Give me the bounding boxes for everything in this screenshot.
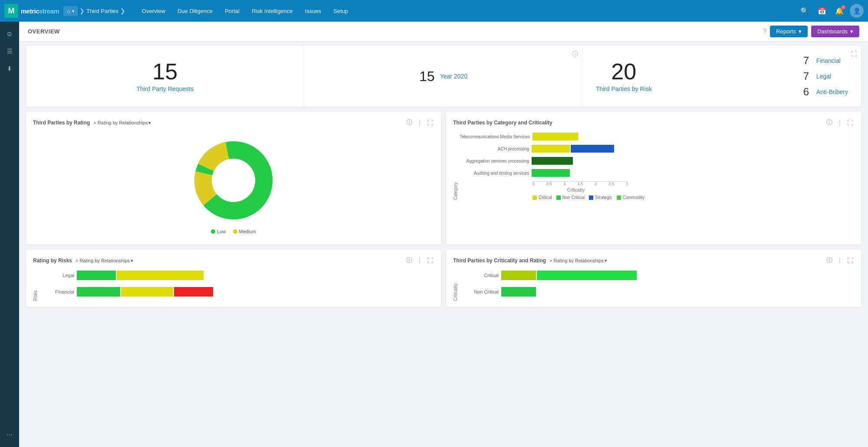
legend-critical: Critical <box>533 195 552 200</box>
critical-label: Critical <box>539 195 552 200</box>
criticality-bar-chart: Criticality Critical Non Critical <box>453 271 854 301</box>
main-content: OVERVIEW ? Reports ▾ Dashboards ▾ 15 <box>19 22 868 447</box>
criticality-chart-header: Third Parties by Criticality and Rating … <box>453 256 854 265</box>
header-right: ? Reports ▾ Dashboards ▾ <box>763 26 859 37</box>
sidebar-icon-more[interactable]: ⋯ <box>2 427 17 443</box>
breadcrumb-third-parties[interactable]: Third Parties <box>86 8 118 14</box>
year-info-icon[interactable]: ⓘ <box>572 50 578 58</box>
financial-yellow-bar <box>121 287 173 297</box>
telecom-bars <box>533 133 578 140</box>
risks-y-label: Risks <box>33 271 38 301</box>
stat-card-year: ⓘ 15 Year 2020 <box>304 46 582 107</box>
x-axis-title: Criticality <box>533 188 854 193</box>
rating-expand-icon[interactable]: ⛶ <box>426 118 434 127</box>
risks-expand-icon[interactable]: ⛶ <box>426 256 434 265</box>
critical-row-bars <box>501 271 637 280</box>
critical-square <box>533 196 537 200</box>
nav-due-diligence[interactable]: Due Diligence <box>171 0 219 22</box>
tick-1: 1 <box>564 182 566 186</box>
header-bar: OVERVIEW ? Reports ▾ Dashboards ▾ <box>19 22 868 42</box>
donut-svg <box>190 137 277 224</box>
criticality-chart-filter[interactable]: > Rating by Relationships ▾ <box>549 258 607 264</box>
low-dot <box>211 229 215 234</box>
nav-overview[interactable]: Overview <box>136 0 171 22</box>
criticality-bars: Critical Non Critical <box>460 271 854 301</box>
rating-info-icon[interactable]: ⓘ <box>405 118 413 127</box>
criticality-info-icon[interactable]: ⓘ <box>825 256 833 265</box>
category-info-icon[interactable]: ⓘ <box>825 118 833 127</box>
risk-expand-icon[interactable]: ⛶ <box>851 50 857 57</box>
antibribery-link[interactable]: Anti-Bribery <box>816 88 848 95</box>
dashboards-button[interactable]: Dashboards ▾ <box>811 26 859 37</box>
reports-label: Reports <box>776 28 796 35</box>
sidebar-icon-download[interactable]: ⬇ <box>2 61 17 76</box>
noncritical-label: Non Critical <box>562 195 585 200</box>
home-button[interactable]: ⌂ ▾ <box>63 6 78 16</box>
risk-count-area: 20 Third Parties by Risk <box>596 60 652 92</box>
noncritical-row: Non Critical <box>460 287 854 297</box>
criticality-chart-actions: ⓘ ⋮ ⛶ <box>825 256 854 265</box>
nav-risk-intelligence[interactable]: Risk Intelligence <box>246 0 299 22</box>
category-y-label: Category <box>453 133 458 200</box>
rating-chart-actions: ⓘ ⋮ ⛶ <box>405 118 434 127</box>
medium-label: Medium <box>239 229 256 234</box>
critical-lightgreen-bar <box>501 271 536 280</box>
breadcrumb-separator-2: ❯ <box>120 7 125 14</box>
medium-dot <box>233 229 237 234</box>
ach-row: ACH processing <box>460 145 854 153</box>
legend-medium: Medium <box>233 229 256 234</box>
breadcrumb: ⌂ ▾ ❯ Third Parties ❯ <box>63 6 127 16</box>
breadcrumb-separator-1: ❯ <box>79 7 85 14</box>
search-button[interactable]: 🔍 <box>798 4 812 18</box>
user-avatar[interactable]: 👤 <box>850 4 864 18</box>
rating-chart-filter[interactable]: > Rating by Relationships ▾ <box>93 120 151 126</box>
category-legend: Critical Non Critical Strategic <box>460 195 854 200</box>
stat-card-requests: 15 Third Party Requests <box>26 46 304 107</box>
financial-risk-row: Financial <box>39 287 434 297</box>
help-icon[interactable]: ? <box>763 28 766 36</box>
aggregation-row: Aggregation services processing <box>460 157 854 165</box>
nav-portal[interactable]: Portal <box>219 0 246 22</box>
risks-more-icon[interactable]: ⋮ <box>416 256 424 265</box>
category-item-financial: 7 Financial <box>803 55 848 67</box>
legal-yellow-bar <box>117 271 204 280</box>
criticality-expand-icon[interactable]: ⛶ <box>846 256 854 265</box>
legend-low: Low <box>211 229 226 234</box>
category-more-icon[interactable]: ⋮ <box>836 118 844 127</box>
criticality-more-icon[interactable]: ⋮ <box>836 256 844 265</box>
telecom-bar-critical <box>533 133 578 140</box>
legal-count: 7 <box>803 70 812 82</box>
noncritical-row-bars <box>501 287 536 297</box>
nav-setup[interactable]: Setup <box>327 0 354 22</box>
telecom-label: Telecommunications Media Services <box>460 134 530 139</box>
criticality-filter-label: > Rating by Relationships <box>549 258 604 263</box>
stat-card-risk: 20 Third Parties by Risk 7 Financial 7 L… <box>583 46 861 107</box>
requests-number: 15 <box>152 60 178 83</box>
sidebar-icon-list[interactable]: ☰ <box>2 43 17 59</box>
ach-bar-yellow <box>532 145 570 153</box>
antibribery-count: 6 <box>803 86 812 98</box>
legend-noncritical: Non Critical <box>556 195 585 200</box>
reports-button[interactable]: Reports ▾ <box>770 26 808 37</box>
sidebar-icon-grid[interactable]: ⊙ <box>2 26 17 42</box>
charts-row-2: Rating by Risks > Rating by Relationship… <box>26 250 861 307</box>
legal-link[interactable]: Legal <box>816 73 831 80</box>
financial-red-bar <box>174 287 213 297</box>
year-label[interactable]: Year 2020 <box>440 73 467 80</box>
category-expand-icon[interactable]: ⛶ <box>846 118 854 127</box>
noncritical-row-label: Non Critical <box>460 289 499 294</box>
aggregation-bar <box>532 157 573 165</box>
risks-bars: Legal Financial <box>39 271 434 301</box>
financial-risk-label: Financial <box>39 289 74 294</box>
nav-issues[interactable]: Issues <box>299 0 328 22</box>
category-list: 7 Financial 7 Legal 6 Anti-Bribery <box>803 55 848 98</box>
svg-point-6 <box>212 159 255 202</box>
financial-link[interactable]: Financial <box>816 57 841 64</box>
calendar-button[interactable]: 📅 <box>815 4 829 18</box>
critical-row-label: Critical <box>460 273 499 278</box>
risks-chart-filter[interactable]: > Rating by Relationships ▾ <box>76 258 133 264</box>
rating-more-icon[interactable]: ⋮ <box>416 118 424 127</box>
notifications-button[interactable]: 🔔 5 <box>832 4 846 18</box>
risks-info-icon[interactable]: ⓘ <box>405 256 413 265</box>
tick-15: 1.5 <box>578 182 583 186</box>
